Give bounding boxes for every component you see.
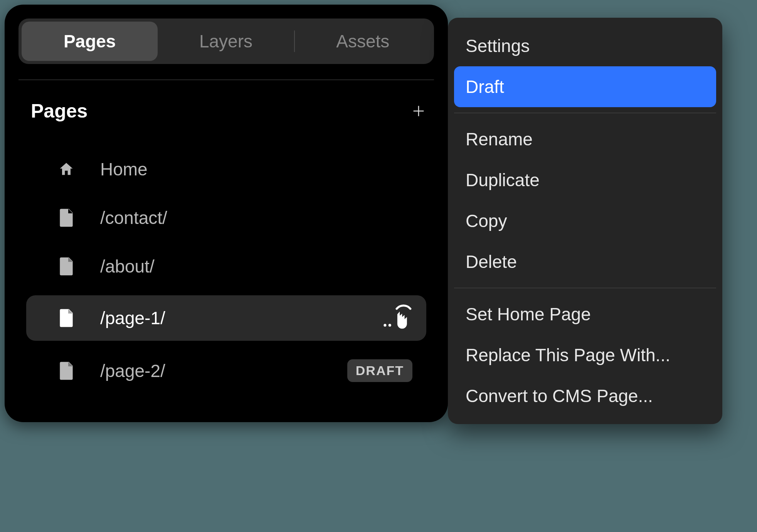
tab-pages[interactable]: Pages (22, 22, 158, 61)
page-icon (57, 309, 76, 327)
home-icon (57, 161, 76, 178)
page-item-label: /contact/ (100, 207, 412, 228)
page-icon (57, 362, 76, 380)
menu-item-set-home-page[interactable]: Set Home Page (454, 294, 716, 335)
menu-item-replace-page[interactable]: Replace This Page With... (454, 335, 716, 375)
svg-point-3 (389, 324, 391, 327)
section-title: Pages (31, 100, 87, 122)
page-item-contact[interactable]: /contact/ (26, 198, 426, 237)
page-item-about[interactable]: /about/ (26, 247, 426, 286)
menu-item-rename[interactable]: Rename (454, 119, 716, 160)
page-item-label: /page-2/ (100, 360, 347, 381)
panel-tabs: Pages Layers Assets (19, 19, 434, 64)
context-menu: Settings Draft Rename Duplicate Copy Del… (448, 18, 722, 424)
add-page-button[interactable] (407, 99, 430, 123)
page-item-home[interactable]: Home (26, 150, 426, 189)
menu-separator (454, 113, 716, 113)
menu-item-convert-cms[interactable]: Convert to CMS Page... (454, 375, 716, 416)
page-item-page-2[interactable]: /page-2/ DRAFT (26, 350, 426, 391)
plus-icon (411, 99, 426, 123)
pages-panel: Pages Layers Assets Pages Home /contact/ (5, 5, 448, 422)
pages-section-header: Pages (19, 99, 434, 123)
divider (19, 79, 434, 80)
tab-layers[interactable]: Layers (158, 22, 294, 61)
page-icon (57, 209, 76, 227)
menu-item-draft[interactable]: Draft (454, 66, 716, 107)
page-item-label: Home (100, 159, 412, 180)
draft-badge: DRAFT (347, 359, 412, 382)
svg-point-2 (384, 324, 386, 327)
menu-item-settings[interactable]: Settings (454, 25, 716, 66)
page-list: Home /contact/ /about/ /page-1/ (19, 150, 434, 408)
page-item-label: /about/ (100, 256, 412, 277)
page-icon (57, 257, 76, 276)
tab-assets[interactable]: Assets (295, 22, 431, 61)
page-item-label: /page-1/ (100, 308, 382, 328)
right-click-cursor-icon (382, 305, 412, 332)
menu-separator (454, 288, 716, 288)
menu-item-delete[interactable]: Delete (454, 241, 716, 282)
page-item-page-1[interactable]: /page-1/ (26, 295, 426, 341)
menu-item-duplicate[interactable]: Duplicate (454, 160, 716, 200)
menu-item-copy[interactable]: Copy (454, 200, 716, 241)
